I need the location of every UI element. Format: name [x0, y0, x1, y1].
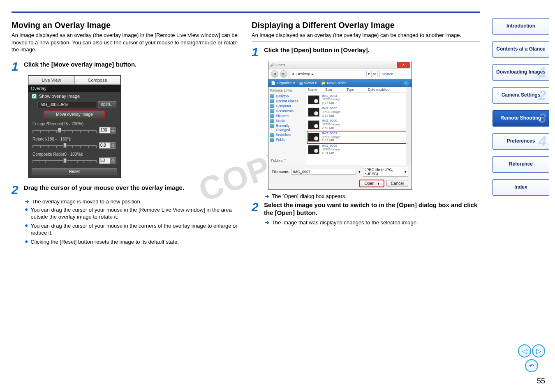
organize-button[interactable]: 📄 Organize ▾ — [271, 81, 295, 85]
dialog-toolbar: 📄 Organize ▾ ▤ Views ▾ 📁 New Folder ? — [268, 79, 412, 87]
move-overlay-button[interactable]: Move overlay image — [44, 111, 105, 118]
reset-button[interactable]: Reset — [32, 168, 117, 175]
arrow-icon: ➜ — [265, 219, 269, 226]
sidebar-link[interactable]: Pictures — [270, 113, 303, 118]
sidebar-link[interactable]: Public — [270, 137, 303, 142]
nav-index[interactable]: Index — [493, 179, 549, 196]
bullet-text: Clicking the [Reset] button resets the i… — [30, 238, 179, 246]
tabs: Live View Compose — [28, 76, 120, 85]
ratio-spinner[interactable]: ▲▼ — [99, 157, 116, 164]
ratio-slider[interactable] — [32, 158, 97, 164]
overlay-open-button[interactable]: open... — [98, 101, 116, 108]
divider — [252, 42, 480, 42]
divider — [12, 56, 240, 56]
col-date[interactable]: Date modified — [368, 88, 409, 92]
show-overlay-checkbox[interactable]: ✓ — [32, 94, 37, 99]
nav-camera-settings[interactable]: Camera Settings2 — [493, 87, 549, 104]
overlay-panel: Live View Compose Overlay ✓ Show overlay… — [28, 75, 121, 178]
open-button[interactable]: Open▾ — [360, 180, 384, 187]
step-number: 1 — [12, 60, 21, 73]
return-button[interactable]: ↶ — [525, 359, 538, 372]
bullet-line: ●Clicking the [Reset] button resets the … — [25, 238, 240, 246]
step-text: Click the [Move overlay image] button. — [24, 60, 136, 69]
bullet-icon: ● — [25, 206, 28, 212]
sidebar-link[interactable]: Computer — [270, 104, 303, 108]
dialog-file-list: Name Size Type Date modified IMG_0004JPE… — [305, 87, 412, 165]
left-heading: Moving an Overlay Image — [12, 21, 240, 30]
file-thumb-icon — [308, 120, 319, 129]
nav-downloading[interactable]: Downloading Images1 — [493, 64, 549, 81]
file-item[interactable]: IMG_0005JPEG Image2.84 MB — [307, 106, 410, 118]
rotate-slider[interactable] — [32, 143, 97, 148]
chevron-down-icon: ▾ — [405, 170, 407, 174]
filetype-select[interactable]: JPEG file (*.JPG; *.JPEG)▾ — [363, 167, 408, 177]
result-line: ➜The image that was displayed changes to… — [265, 219, 480, 226]
next-page-button[interactable]: ▷ — [532, 344, 545, 357]
sidebar-link[interactable]: Desktop — [270, 94, 303, 99]
col-type[interactable]: Type — [347, 88, 368, 92]
path-split-buttons[interactable]: ▾↻ — [367, 71, 378, 77]
bullet-text: You can drag the cursor of your mouse in… — [30, 206, 240, 221]
column-headers[interactable]: Name Size Type Date modified — [305, 87, 412, 93]
tab-compose[interactable]: Compose — [74, 76, 120, 85]
result-line: ➜The overlay image is moved to a new pos… — [25, 198, 240, 205]
nav-back-icon[interactable]: ◄ — [271, 70, 278, 78]
top-rule — [12, 12, 480, 13]
enlarge-slider[interactable] — [32, 127, 97, 133]
cancel-button[interactable]: Cancel — [386, 180, 408, 187]
page-nav-controls: ◁ ▷ ↶ — [518, 344, 545, 372]
filename-label: File name: — [272, 170, 289, 174]
file-item[interactable]: IMG_0007JPEG Image2.62 MB — [307, 131, 410, 143]
arrow-icon: ➜ — [25, 198, 29, 205]
file-thumb-icon — [308, 145, 319, 154]
new-folder-button[interactable]: 📁 New Folder — [321, 81, 346, 85]
file-thumb-icon — [308, 95, 319, 104]
rotate-spinner[interactable]: ▲▼ — [99, 142, 116, 149]
nav-contents[interactable]: Contents at a Glance — [493, 41, 549, 58]
sidebar-link[interactable]: Recently Changed — [270, 123, 303, 132]
scrollbar[interactable] — [406, 87, 412, 165]
rotate-group: Rotate(-180 - +180°): ▲▼ — [28, 136, 120, 151]
right-heading: Displaying a Different Overlay Image — [252, 21, 480, 30]
result-line: ➜The [Open] dialog box appears. — [265, 193, 480, 199]
tab-live-view[interactable]: Live View — [28, 76, 74, 85]
dialog-titlebar: 🔎 Open ✕ — [268, 61, 412, 69]
overlay-file-row: IMG_0008.JPG open... — [28, 100, 120, 111]
col-name[interactable]: Name — [308, 88, 325, 92]
folders-toggle[interactable]: Folders˄ — [270, 159, 303, 163]
views-button[interactable]: ▤ Views ▾ — [299, 81, 317, 85]
breadcrumb[interactable]: 🖥 Desktop ▸ — [289, 71, 365, 77]
nav-fwd-icon[interactable]: ► — [280, 70, 287, 78]
step-1: 1 Click the [Move overlay image] button. — [12, 60, 240, 73]
show-overlay-row: ✓ Show overlay image — [28, 92, 120, 100]
sidebar-link[interactable]: Music — [270, 118, 303, 123]
bullet-line: ●You can drag the cursor of your mouse i… — [25, 206, 240, 221]
sidebar-link[interactable]: Recent Places — [270, 99, 303, 104]
file-item[interactable]: IMG_0004JPEG Image2.77 MB — [307, 94, 410, 106]
file-item[interactable]: IMG_0008JPEG Image2.81 MB — [307, 143, 410, 156]
nav-remote-shooting[interactable]: Remote Shooting3 — [493, 110, 549, 127]
search-input[interactable]: Search — [379, 71, 409, 77]
file-thumb-icon — [308, 108, 319, 117]
rotate-value[interactable] — [99, 142, 111, 149]
dialog-sidebar: Favorite Links DesktopRecent PlacesCompu… — [268, 87, 305, 165]
file-item[interactable]: IMG_0006JPEG Image2.52 MB — [307, 118, 410, 131]
sidebar-link[interactable]: Searches — [270, 132, 303, 137]
nav-reference[interactable]: Reference — [493, 156, 549, 173]
sidebar-link[interactable]: Documents — [270, 108, 303, 113]
filename-input[interactable] — [291, 169, 356, 175]
close-icon[interactable]: ✕ — [397, 62, 410, 68]
r-step-2: 2 Select the image you want to switch to… — [252, 201, 480, 217]
col-size[interactable]: Size — [325, 88, 347, 92]
right-intro: An image displayed as an overlay (the ov… — [252, 32, 480, 39]
nav-introduction[interactable]: Introduction — [493, 18, 549, 35]
nav-preferences[interactable]: Preferences4 — [493, 133, 549, 150]
enlarge-value[interactable] — [99, 127, 111, 134]
ratio-value[interactable] — [99, 157, 111, 164]
help-icon[interactable]: ? — [403, 80, 409, 86]
bullet-icon: ● — [25, 238, 28, 244]
prev-page-button[interactable]: ◁ — [518, 344, 531, 357]
result-text: The image that was displayed changes to … — [272, 219, 418, 226]
result-text: The overlay image is moved to a new posi… — [32, 198, 141, 205]
enlarge-spinner[interactable]: ▲▼ — [99, 127, 116, 134]
